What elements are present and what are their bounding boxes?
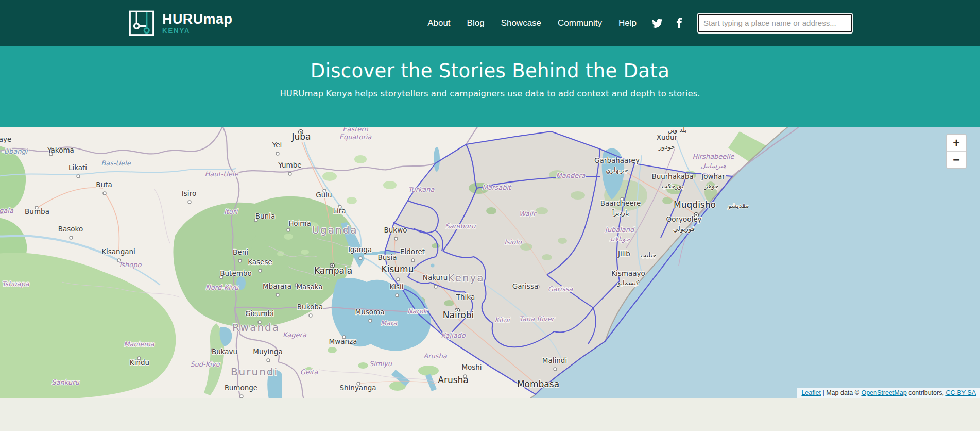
brand-logo[interactable]: HURUmap KENYA — [128, 10, 232, 37]
map-zoom-control: + − — [946, 134, 967, 169]
map-label: Jilib — [617, 250, 630, 258]
map-label: Shinyanga — [339, 384, 376, 392]
map-label: Iganga — [348, 245, 372, 254]
map-label: Busia — [378, 253, 397, 261]
map-label: Muqdisho — [674, 200, 716, 210]
map-label: بورحكب — [662, 182, 684, 190]
map-label: Marsabit — [482, 184, 512, 191]
map-label: Samburu — [445, 222, 476, 230]
map-label: Kenya — [448, 272, 484, 284]
town-marker — [463, 375, 467, 378]
map-label: Sankuru — [51, 378, 79, 386]
map-label: aye — [0, 135, 11, 143]
map-label: Maniema — [124, 340, 155, 348]
map-label: Equatoria — [339, 133, 372, 141]
map-label: Ituri — [224, 208, 238, 216]
map-label: جوهر — [704, 182, 719, 190]
town-marker — [77, 175, 80, 178]
map-label: باردبرآ — [612, 209, 629, 217]
twitter-icon[interactable] — [652, 19, 663, 28]
map-label: Arusha — [423, 352, 447, 360]
place-search-input[interactable] — [698, 14, 852, 32]
map-label: Simiyu — [369, 360, 392, 368]
nav-community[interactable]: Community — [558, 18, 602, 28]
map-label: Uganda — [312, 224, 357, 236]
map-label: حودور — [658, 143, 675, 151]
map-label: Burundi — [231, 366, 278, 378]
map-label: Mwanza — [329, 337, 357, 345]
map-label: Bas-Uele — [101, 159, 131, 167]
map-label: Haut-Uele — [205, 170, 239, 178]
zoom-out-button[interactable]: − — [947, 151, 966, 168]
town-marker — [259, 269, 262, 272]
hurumap-logo-icon — [128, 10, 155, 37]
map-label: Wajir — [519, 210, 537, 218]
facebook-icon[interactable] — [676, 18, 682, 28]
footer-strip — [0, 398, 980, 431]
map-label: Rwanda — [232, 321, 280, 334]
map-label: كيسمايو — [617, 279, 639, 287]
nav-showcase[interactable]: Showcase — [501, 18, 541, 28]
map-label: Mara — [381, 319, 398, 327]
map-label: Thika — [456, 293, 475, 301]
attribution-text: | Map data © — [821, 389, 861, 396]
map-label: Geita — [300, 368, 319, 376]
town-marker — [103, 192, 106, 195]
map-label: Qoryooley — [666, 215, 702, 223]
map-label: Bukwo — [384, 226, 407, 234]
map-label: Tshuapa — [2, 280, 29, 288]
brand-country: KENYA — [162, 27, 232, 35]
map-label: Mandera — [556, 172, 586, 179]
zoom-in-button[interactable]: + — [947, 135, 966, 151]
map-label: Mbarara — [263, 282, 291, 290]
license-link[interactable]: CC-BY-SA — [945, 389, 976, 396]
map-label: Kagera — [283, 331, 307, 339]
map-label: جربهاري — [606, 166, 628, 174]
map-label: Garissa — [548, 285, 574, 293]
nav-about[interactable]: About — [427, 18, 450, 28]
map-label: Kasese — [248, 258, 272, 266]
map-label: جوبالاند — [609, 235, 630, 243]
map-label: Gicumbi — [245, 309, 274, 318]
map-label: Hoima — [288, 219, 311, 227]
town-marker — [238, 259, 242, 262]
map-label: Garbahaarey — [594, 156, 640, 164]
attribution-contributors: contributors, — [907, 389, 946, 396]
town-marker — [240, 395, 243, 398]
map-label: Jowhar — [701, 172, 725, 180]
map-label: Rumonge — [225, 384, 257, 392]
map-label: Beni — [233, 248, 248, 256]
town-marker — [188, 201, 191, 204]
town-marker — [396, 294, 399, 297]
map-label: Narok — [407, 307, 428, 315]
leaflet-link[interactable]: Leaflet — [801, 389, 821, 396]
town-marker — [309, 314, 312, 317]
map-label: Bukavu — [212, 347, 237, 356]
map-label: Nakuru — [423, 273, 448, 281]
leaflet-map[interactable]: ayeYakomaLikatiButaIsiroBumbaBasokoKisan… — [0, 127, 980, 398]
map-label: Yumbe — [278, 161, 301, 169]
town-marker — [394, 237, 398, 240]
map-label: Tana River — [519, 315, 555, 323]
map-label: مقديشو — [728, 202, 749, 210]
osm-link[interactable]: OpenStreetMap — [861, 389, 906, 396]
map-label: Garissa — [512, 282, 538, 290]
map-label: Kampala — [314, 266, 352, 276]
map-label: Musoma — [355, 308, 385, 316]
hero-title: Discover the Stories Behind the Data — [0, 46, 980, 82]
map-label: Kisangani — [101, 247, 135, 256]
map-label: Bumba — [25, 207, 49, 216]
map-label: Jubaland — [604, 226, 635, 234]
town-marker — [287, 228, 290, 231]
hero-subtitle: HURUmap Kenya helps storytellers and cam… — [0, 89, 980, 98]
nav-blog[interactable]: Blog — [467, 18, 485, 28]
map-label: Buta — [96, 180, 112, 189]
map-label: Turkana — [408, 186, 435, 193]
map-label: Kismaayo — [611, 269, 645, 277]
map-label: Kajiado — [441, 331, 466, 339]
map-label: Basoko — [58, 225, 83, 233]
town-marker — [397, 278, 400, 281]
map-label: Nord-Kivu — [205, 284, 239, 291]
nav-help[interactable]: Help — [618, 18, 637, 28]
social-links — [652, 18, 682, 28]
